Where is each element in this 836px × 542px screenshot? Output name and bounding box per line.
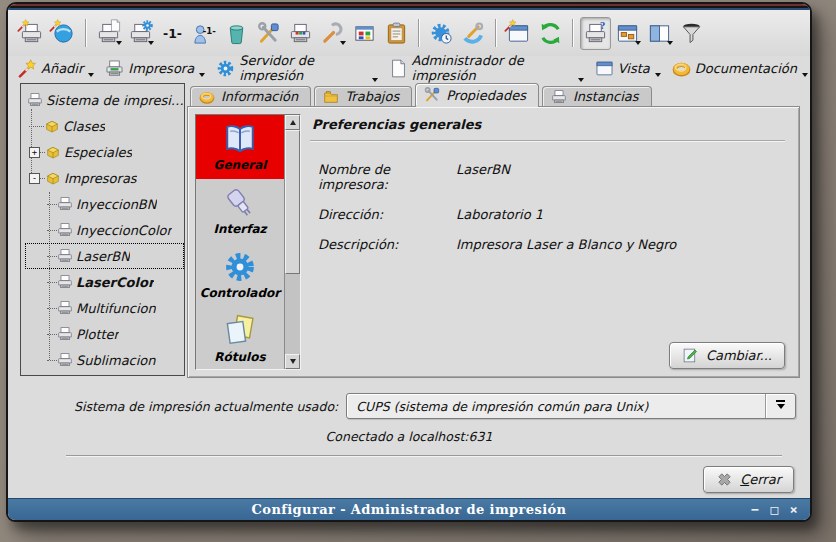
view-jobs-button[interactable] (381, 17, 412, 50)
add-printer-button[interactable] (16, 17, 47, 50)
footer: Sistema de impresión actualmente usado: … (8, 381, 810, 498)
minimize-button[interactable]: − (751, 503, 759, 516)
section-general[interactable]: General (196, 115, 284, 179)
copy-printer-button[interactable] (93, 17, 124, 50)
tree-item-impresoras[interactable]: - Impresoras (25, 165, 184, 191)
tree-item-label: LaserColor (76, 275, 154, 290)
combo-dropdown-button[interactable] (765, 394, 795, 418)
printer-settings-button[interactable] (125, 17, 156, 50)
printer-icon (57, 274, 73, 290)
gear-icon (141, 19, 154, 32)
tree-item-clases[interactable]: Clases (25, 113, 184, 139)
tab-propiedades[interactable]: Propiedades (415, 83, 539, 106)
close-button[interactable]: Cerrar (703, 466, 794, 493)
category-icon (44, 118, 60, 134)
maximize-button[interactable]: □ (771, 503, 779, 516)
field-row: Descripción: Impresora Laser a Blanco y … (318, 237, 787, 252)
print-test-page-button[interactable] (285, 17, 316, 50)
magic-wand-icon (17, 19, 30, 32)
printer-description-value: Impresora Laser a Blanco y Negro (456, 237, 676, 252)
tab-bar: Información Trabajos Propiedades Instanc… (187, 83, 800, 106)
expand-icon[interactable]: + (29, 147, 40, 158)
close-window-button[interactable]: × (790, 503, 798, 516)
menu-servidor-de-impresion[interactable]: Servidor de impresión (216, 53, 375, 83)
print-system-value: CUPS (sistema de impresión común para Un… (347, 399, 765, 414)
refresh-button[interactable] (535, 17, 566, 50)
tree-item-label: InyeccionBN (76, 197, 157, 212)
menu-documentacion[interactable]: Documentación (672, 59, 806, 78)
tree-item-especiales[interactable]: + Especiales (25, 139, 184, 165)
printer-icon (57, 196, 73, 212)
printer-help-toggle[interactable] (580, 17, 611, 50)
section-label: General (214, 158, 267, 172)
scroll-up-button[interactable] (285, 115, 300, 130)
dropdown-arrow-icon (777, 404, 785, 413)
set-default-button[interactable] (157, 17, 188, 50)
dropdown-arrow-icon (116, 41, 122, 48)
filter-button[interactable] (676, 17, 707, 50)
section-rotulos[interactable]: Rótulos (196, 307, 284, 370)
repair-button[interactable] (458, 17, 489, 50)
tab-informacion[interactable]: Información (190, 86, 311, 106)
funnel-icon (680, 22, 703, 45)
tree-connector (47, 282, 57, 283)
blue-wrench-icon (462, 22, 485, 45)
tree-item-plotter[interactable]: Plotter (25, 321, 184, 347)
print-system-label: Sistema de impresión actualmente usado: (74, 399, 338, 414)
tab-trabajos[interactable]: Trabajos (314, 86, 412, 106)
tree-root-label: Sistema de impresión (46, 93, 184, 108)
tree-item-label: Multifuncion (76, 301, 156, 316)
scroll-down-button[interactable] (285, 354, 300, 369)
tree-item-sublimacion[interactable]: Sublimacion (25, 347, 184, 373)
menu-impresora[interactable]: Impresora (105, 59, 203, 78)
tree-item-inyeccionbn[interactable]: InyeccionBN (25, 191, 184, 217)
section-controlador[interactable]: Controlador (196, 243, 284, 307)
print-system-select[interactable]: CUPS (sistema de impresión común para Un… (346, 393, 796, 419)
tree-item-label: InyeccionColor (76, 223, 172, 238)
dropdown-arrow-icon (655, 73, 661, 80)
view-mode-button[interactable] (612, 17, 643, 50)
page-icon (109, 19, 122, 32)
server-tasks-button[interactable] (426, 17, 457, 50)
clipboard-icon (385, 22, 408, 45)
tree-item-lasercolor[interactable]: LaserColor (25, 269, 184, 295)
menu-label: Añadir (41, 61, 83, 76)
scrollbar-thumb[interactable] (285, 130, 300, 274)
titlebar[interactable]: Configurar - Administrador de impresión … (8, 498, 810, 520)
ring-icon (672, 59, 691, 78)
section-interfaz[interactable]: Interfaz (196, 179, 284, 243)
toolbar-separator (85, 19, 87, 47)
configure-button[interactable] (317, 17, 348, 50)
delete-button[interactable] (221, 17, 252, 50)
menu-label: Administrador de impresión (412, 53, 573, 83)
trash-icon (225, 22, 248, 45)
tree-root[interactable]: Sistema de impresión (25, 87, 184, 113)
field-label: Nombre de impresora: (318, 162, 456, 192)
dropdown-arrow-icon (635, 41, 641, 48)
menu-administrador-de-impresion[interactable]: Administrador de impresión (389, 53, 582, 83)
x-mark-icon (716, 471, 733, 488)
change-button[interactable]: Cambiar... (669, 342, 785, 369)
tree-item-multifuncion[interactable]: Multifuncion (25, 295, 184, 321)
folder-icon (323, 89, 339, 105)
printer-location-value: Laboratorio 1 (456, 207, 543, 222)
print-system-row: Sistema de impresión actualmente usado: … (8, 393, 810, 419)
menu-anadir[interactable]: Añadir (18, 59, 92, 78)
tab-instancias[interactable]: Instancias (542, 86, 652, 106)
dropdown-arrow-icon (667, 41, 673, 48)
new-window-wizard-button[interactable] (503, 17, 534, 50)
set-user-default-button[interactable] (189, 17, 220, 50)
menu-vista[interactable]: Vista (595, 59, 659, 78)
toolbar-separator (495, 19, 497, 47)
view-columns-button[interactable] (644, 17, 675, 50)
refresh-icon (539, 22, 562, 45)
gear-icon (223, 250, 257, 284)
collapse-icon[interactable]: - (29, 173, 40, 184)
tree-item-inyeccioncolor[interactable]: InyeccionColor (25, 217, 184, 243)
category-icon (45, 170, 61, 186)
gear-icon (216, 59, 235, 78)
printer-tools-button[interactable] (253, 17, 284, 50)
add-class-button[interactable] (48, 17, 79, 50)
tree-item-laserbn[interactable]: LaserBN (25, 243, 184, 269)
windows-drivers-button[interactable] (349, 17, 380, 50)
